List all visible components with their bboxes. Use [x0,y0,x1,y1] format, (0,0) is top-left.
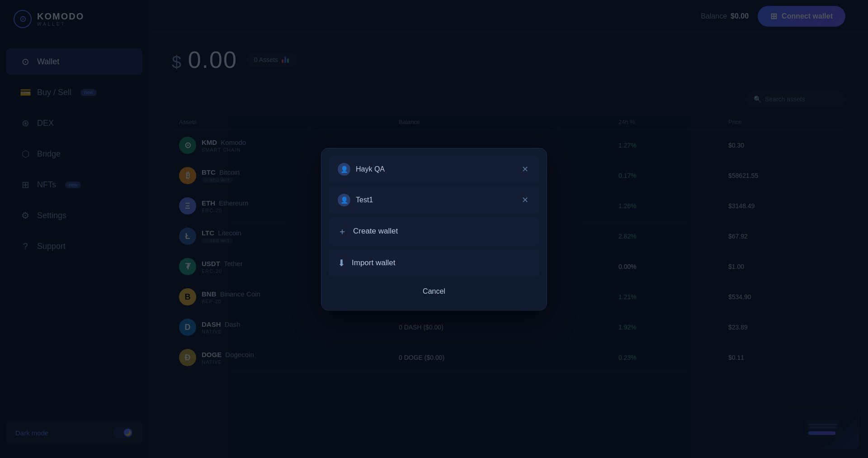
create-wallet-icon: ＋ [338,225,347,238]
remove-hayk-button[interactable]: ✕ [519,164,530,175]
wallet-select-modal: 👤 Hayk QA ✕ 👤 Test1 ✕ ＋ Create wallet ⬇ … [321,148,547,310]
modal-overlay[interactable]: 👤 Hayk QA ✕ 👤 Test1 ✕ ＋ Create wallet ⬇ … [0,0,868,458]
wallet-option-hayk[interactable]: 👤 Hayk QA ✕ [329,156,539,183]
create-wallet-label: Create wallet [353,227,398,236]
import-wallet-option[interactable]: ⬇ Import wallet [329,249,539,277]
wallet-name-hayk: Hayk QA [356,165,385,173]
import-wallet-icon: ⬇ [338,258,345,268]
remove-test1-button[interactable]: ✕ [519,195,530,205]
wallet-option-test1-left: 👤 Test1 [338,194,373,206]
import-wallet-label: Import wallet [352,258,395,267]
wallet-name-test1: Test1 [356,196,373,204]
create-wallet-option[interactable]: ＋ Create wallet [329,217,539,246]
wallet-option-hayk-left: 👤 Hayk QA [338,163,385,176]
cancel-button[interactable]: Cancel [329,280,539,303]
user-icon-hayk: 👤 [338,163,350,176]
wallet-option-test1[interactable]: 👤 Test1 ✕ [329,186,539,214]
user-icon-test1: 👤 [338,194,350,206]
